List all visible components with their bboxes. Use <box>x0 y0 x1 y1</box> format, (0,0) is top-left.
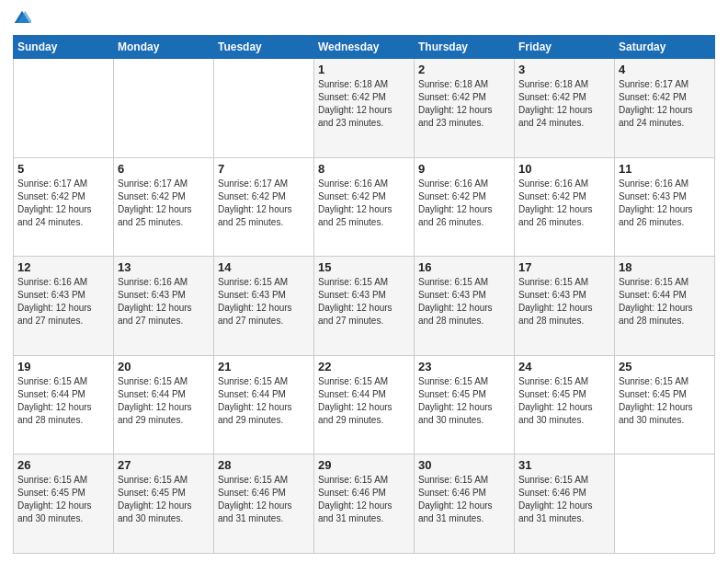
day-number: 27 <box>118 458 210 472</box>
day-info: Sunrise: 6:15 AMSunset: 6:43 PMDaylight:… <box>318 276 410 327</box>
day-number: 6 <box>118 162 210 176</box>
day-number: 30 <box>418 458 510 472</box>
day-number: 31 <box>518 458 610 472</box>
day-info: Sunrise: 6:15 AMSunset: 6:45 PMDaylight:… <box>619 375 711 427</box>
day-info: Sunrise: 6:16 AMSunset: 6:42 PMDaylight:… <box>418 178 510 229</box>
day-info: Sunrise: 6:15 AMSunset: 6:44 PMDaylight:… <box>619 276 711 327</box>
day-info: Sunrise: 6:15 AMSunset: 6:46 PMDaylight:… <box>518 474 610 525</box>
day-number: 15 <box>318 260 410 274</box>
day-info: Sunrise: 6:15 AMSunset: 6:43 PMDaylight:… <box>518 276 610 327</box>
calendar-cell: 22Sunrise: 6:15 AMSunset: 6:44 PMDayligh… <box>314 355 415 454</box>
day-info: Sunrise: 6:15 AMSunset: 6:45 PMDaylight:… <box>418 375 510 427</box>
calendar-table: SundayMondayTuesdayWednesdayThursdayFrid… <box>13 35 715 554</box>
calendar-cell: 15Sunrise: 6:15 AMSunset: 6:43 PMDayligh… <box>314 257 415 356</box>
day-number: 16 <box>418 260 510 274</box>
calendar-week-row: 1Sunrise: 6:18 AMSunset: 6:42 PMDaylight… <box>14 59 715 158</box>
calendar-cell: 28Sunrise: 6:15 AMSunset: 6:46 PMDayligh… <box>214 454 314 554</box>
calendar-cell: 13Sunrise: 6:16 AMSunset: 6:43 PMDayligh… <box>114 257 214 356</box>
day-number: 2 <box>418 63 510 76</box>
day-info: Sunrise: 6:15 AMSunset: 6:44 PMDaylight:… <box>17 375 109 427</box>
calendar-cell: 6Sunrise: 6:17 AMSunset: 6:42 PMDaylight… <box>114 157 214 257</box>
day-info: Sunrise: 6:18 AMSunset: 6:42 PMDaylight:… <box>318 78 410 130</box>
day-info: Sunrise: 6:17 AMSunset: 6:42 PMDaylight:… <box>619 78 711 130</box>
day-info: Sunrise: 6:15 AMSunset: 6:46 PMDaylight:… <box>418 474 510 525</box>
calendar-cell: 23Sunrise: 6:15 AMSunset: 6:45 PMDayligh… <box>415 355 515 454</box>
calendar-cell: 27Sunrise: 6:15 AMSunset: 6:45 PMDayligh… <box>114 454 214 554</box>
day-info: Sunrise: 6:18 AMSunset: 6:42 PMDaylight:… <box>518 78 610 130</box>
day-number: 23 <box>418 360 510 373</box>
day-info: Sunrise: 6:16 AMSunset: 6:42 PMDaylight:… <box>318 178 410 229</box>
calendar-cell: 5Sunrise: 6:17 AMSunset: 6:42 PMDaylight… <box>14 157 114 257</box>
day-number: 29 <box>318 458 410 472</box>
day-info: Sunrise: 6:15 AMSunset: 6:45 PMDaylight:… <box>17 474 109 525</box>
day-info: Sunrise: 6:15 AMSunset: 6:45 PMDaylight:… <box>518 375 610 427</box>
day-number: 21 <box>218 360 310 373</box>
calendar-cell: 24Sunrise: 6:15 AMSunset: 6:45 PMDayligh… <box>515 355 615 454</box>
calendar-week-row: 26Sunrise: 6:15 AMSunset: 6:45 PMDayligh… <box>14 454 715 554</box>
day-info: Sunrise: 6:15 AMSunset: 6:44 PMDaylight:… <box>218 375 310 427</box>
calendar-cell: 19Sunrise: 6:15 AMSunset: 6:44 PMDayligh… <box>14 355 114 454</box>
calendar-cell: 8Sunrise: 6:16 AMSunset: 6:42 PMDaylight… <box>314 157 415 257</box>
weekday-header-tuesday: Tuesday <box>214 36 314 59</box>
day-info: Sunrise: 6:15 AMSunset: 6:45 PMDaylight:… <box>118 474 210 525</box>
calendar-cell: 9Sunrise: 6:16 AMSunset: 6:42 PMDaylight… <box>415 157 515 257</box>
calendar-week-row: 19Sunrise: 6:15 AMSunset: 6:44 PMDayligh… <box>14 355 715 454</box>
calendar-cell: 3Sunrise: 6:18 AMSunset: 6:42 PMDaylight… <box>515 59 615 158</box>
calendar-cell: 20Sunrise: 6:15 AMSunset: 6:44 PMDayligh… <box>114 355 214 454</box>
calendar-cell: 4Sunrise: 6:17 AMSunset: 6:42 PMDaylight… <box>615 59 715 158</box>
page: SundayMondayTuesdayWednesdayThursdayFrid… <box>0 0 728 563</box>
weekday-header-friday: Friday <box>515 36 615 59</box>
calendar-cell: 16Sunrise: 6:15 AMSunset: 6:43 PMDayligh… <box>415 257 515 356</box>
calendar-cell <box>615 454 715 554</box>
weekday-header-row: SundayMondayTuesdayWednesdayThursdayFrid… <box>14 36 715 59</box>
calendar-cell <box>214 59 314 158</box>
day-number: 22 <box>318 360 410 373</box>
day-number: 24 <box>518 360 610 373</box>
calendar-cell: 26Sunrise: 6:15 AMSunset: 6:45 PMDayligh… <box>14 454 114 554</box>
day-info: Sunrise: 6:15 AMSunset: 6:46 PMDaylight:… <box>218 474 310 525</box>
day-info: Sunrise: 6:17 AMSunset: 6:42 PMDaylight:… <box>17 178 109 229</box>
weekday-header-wednesday: Wednesday <box>314 36 415 59</box>
day-number: 4 <box>619 63 711 76</box>
day-number: 5 <box>17 162 109 176</box>
calendar-cell: 18Sunrise: 6:15 AMSunset: 6:44 PMDayligh… <box>615 257 715 356</box>
day-info: Sunrise: 6:18 AMSunset: 6:42 PMDaylight:… <box>418 78 510 130</box>
day-info: Sunrise: 6:15 AMSunset: 6:44 PMDaylight:… <box>118 375 210 427</box>
calendar-cell: 29Sunrise: 6:15 AMSunset: 6:46 PMDayligh… <box>314 454 415 554</box>
calendar-cell: 31Sunrise: 6:15 AMSunset: 6:46 PMDayligh… <box>515 454 615 554</box>
day-number: 25 <box>619 360 711 373</box>
calendar-cell: 1Sunrise: 6:18 AMSunset: 6:42 PMDaylight… <box>314 59 415 158</box>
calendar-cell: 12Sunrise: 6:16 AMSunset: 6:43 PMDayligh… <box>14 257 114 356</box>
day-number: 8 <box>318 162 410 176</box>
weekday-header-thursday: Thursday <box>415 36 515 59</box>
header <box>13 9 715 28</box>
calendar-cell: 7Sunrise: 6:17 AMSunset: 6:42 PMDaylight… <box>214 157 314 257</box>
day-number: 26 <box>17 458 109 472</box>
day-number: 1 <box>318 63 410 76</box>
day-number: 20 <box>118 360 210 373</box>
calendar-cell <box>114 59 214 158</box>
day-number: 17 <box>518 260 610 274</box>
calendar-cell: 21Sunrise: 6:15 AMSunset: 6:44 PMDayligh… <box>214 355 314 454</box>
calendar-header: SundayMondayTuesdayWednesdayThursdayFrid… <box>14 36 715 59</box>
day-number: 19 <box>17 360 109 373</box>
day-number: 9 <box>418 162 510 176</box>
day-info: Sunrise: 6:16 AMSunset: 6:43 PMDaylight:… <box>17 276 109 327</box>
day-info: Sunrise: 6:17 AMSunset: 6:42 PMDaylight:… <box>218 178 310 229</box>
weekday-header-sunday: Sunday <box>14 36 114 59</box>
day-number: 28 <box>218 458 310 472</box>
weekday-header-saturday: Saturday <box>615 36 715 59</box>
logo-icon <box>13 9 31 28</box>
calendar-cell: 25Sunrise: 6:15 AMSunset: 6:45 PMDayligh… <box>615 355 715 454</box>
day-number: 3 <box>518 63 610 76</box>
day-info: Sunrise: 6:15 AMSunset: 6:43 PMDaylight:… <box>418 276 510 327</box>
day-number: 10 <box>518 162 610 176</box>
calendar-cell: 10Sunrise: 6:16 AMSunset: 6:42 PMDayligh… <box>515 157 615 257</box>
calendar-cell: 30Sunrise: 6:15 AMSunset: 6:46 PMDayligh… <box>415 454 515 554</box>
day-number: 18 <box>619 260 711 274</box>
day-info: Sunrise: 6:16 AMSunset: 6:43 PMDaylight:… <box>619 178 711 229</box>
day-number: 11 <box>619 162 711 176</box>
day-info: Sunrise: 6:17 AMSunset: 6:42 PMDaylight:… <box>118 178 210 229</box>
calendar-body: 1Sunrise: 6:18 AMSunset: 6:42 PMDaylight… <box>14 59 715 554</box>
day-info: Sunrise: 6:16 AMSunset: 6:43 PMDaylight:… <box>118 276 210 327</box>
